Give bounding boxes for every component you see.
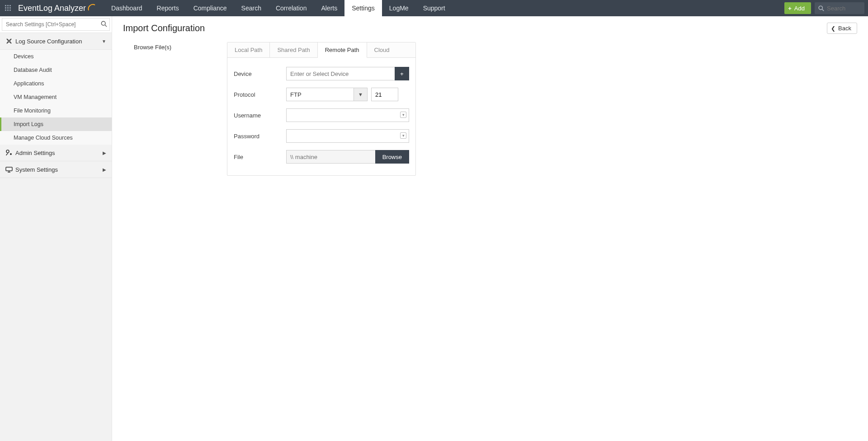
nav-settings[interactable]: Settings — [344, 0, 382, 16]
password-label: Password — [234, 133, 286, 140]
svg-rect-7 — [7, 9, 9, 11]
svg-rect-3 — [5, 7, 6, 9]
protocol-select[interactable]: FTP ▼ — [286, 88, 368, 101]
svg-rect-8 — [9, 9, 11, 11]
add-device-button[interactable]: + — [395, 67, 409, 80]
svg-rect-5 — [9, 7, 11, 9]
svg-rect-6 — [5, 9, 6, 11]
chevron-right-icon: ▶ — [103, 150, 106, 155]
tab-local-path[interactable]: Local Path — [227, 42, 270, 57]
main-content: Import Configuration ❮ Back Browse File(… — [112, 16, 868, 441]
product-name: EventLog Analyzer — [18, 4, 86, 13]
sidebar-item-database-audit[interactable]: Database Audit — [0, 63, 112, 77]
port-input[interactable] — [371, 88, 398, 101]
section-icon — [5, 149, 15, 156]
global-search[interactable] — [815, 2, 864, 14]
device-input[interactable] — [286, 67, 395, 80]
svg-line-10 — [822, 9, 824, 11]
add-button[interactable]: + Add — [784, 2, 811, 14]
apps-grid-icon[interactable] — [0, 0, 16, 16]
import-form-card: Local PathShared PathRemote PathCloud De… — [227, 42, 416, 176]
sidebar-accordion: Log Source Configuration▼DevicesDatabase… — [0, 33, 112, 178]
svg-point-15 — [10, 153, 12, 155]
plus-icon: + — [788, 5, 792, 12]
sidebar-section-admin-settings[interactable]: Admin Settings▶ — [0, 145, 112, 161]
svg-point-13 — [8, 40, 10, 42]
browse-button[interactable]: Browse — [375, 150, 409, 164]
svg-rect-4 — [7, 7, 9, 9]
section-icon — [5, 38, 15, 45]
chevron-left-icon: ❮ — [831, 25, 835, 32]
chevron-right-icon: ▶ — [103, 167, 106, 172]
back-button[interactable]: ❮ Back — [827, 23, 857, 34]
sidebar-item-file-monitoring[interactable]: File Monitoring — [0, 104, 112, 117]
nav-dashboard[interactable]: Dashboard — [104, 0, 150, 16]
top-nav: DashboardReportsComplianceSearchCorrelat… — [104, 0, 453, 16]
svg-rect-2 — [9, 5, 11, 6]
nav-alerts[interactable]: Alerts — [314, 0, 344, 16]
device-label: Device — [234, 70, 286, 77]
sidebar-section-log-source-configuration[interactable]: Log Source Configuration▼ — [0, 33, 112, 50]
section-label: Admin Settings — [15, 150, 103, 156]
svg-point-14 — [6, 150, 9, 153]
settings-search-input[interactable] — [2, 18, 110, 31]
input-hint-icon[interactable]: ▾ — [400, 132, 406, 139]
nav-search[interactable]: Search — [234, 0, 269, 16]
sidebar-item-devices[interactable]: Devices — [0, 50, 112, 63]
nav-compliance[interactable]: Compliance — [186, 0, 234, 16]
chevron-down-icon: ▼ — [102, 39, 106, 44]
add-button-label: Add — [794, 5, 805, 12]
nav-correlation[interactable]: Correlation — [269, 0, 314, 16]
nav-reports[interactable]: Reports — [150, 0, 186, 16]
protocol-label: Protocol — [234, 91, 286, 98]
sidebar-item-manage-cloud-sources[interactable]: Manage Cloud Sources — [0, 131, 112, 145]
svg-point-9 — [819, 6, 822, 9]
section-label: Log Source Configuration — [15, 38, 102, 45]
password-input[interactable] — [286, 129, 409, 143]
svg-rect-16 — [6, 167, 12, 171]
back-button-label: Back — [838, 25, 851, 32]
browse-button-label: Browse — [382, 154, 402, 160]
input-hint-icon[interactable]: ▾ — [400, 112, 406, 118]
path-tabs: Local PathShared PathRemote PathCloud — [227, 42, 415, 58]
svg-rect-1 — [7, 5, 9, 6]
nav-support[interactable]: Support — [416, 0, 453, 16]
page-title: Import Configuration — [123, 23, 205, 33]
section-icon — [5, 166, 15, 173]
search-icon — [818, 5, 824, 11]
sidebar-item-applications[interactable]: Applications — [0, 77, 112, 90]
tab-remote-path[interactable]: Remote Path — [318, 42, 367, 58]
tab-shared-path[interactable]: Shared Path — [270, 42, 317, 57]
nav-logme[interactable]: LogMe — [382, 0, 416, 16]
file-path-input — [286, 150, 376, 164]
sidebar-item-import-logs[interactable]: Import Logs — [0, 117, 112, 131]
section-label: System Settings — [15, 166, 103, 173]
plus-icon: + — [400, 70, 404, 77]
username-input[interactable] — [286, 108, 409, 122]
sidebar-item-vm-management[interactable]: VM Management — [0, 90, 112, 104]
global-search-input[interactable] — [827, 5, 859, 12]
svg-line-12 — [105, 25, 107, 27]
step-browse-files[interactable]: Browse File(s) — [123, 44, 227, 51]
svg-rect-0 — [5, 5, 6, 6]
sidebar: Log Source Configuration▼DevicesDatabase… — [0, 16, 112, 441]
protocol-value: FTP — [287, 88, 354, 101]
top-bar: EventLog Analyzer DashboardReportsCompli… — [0, 0, 868, 16]
sidebar-section-system-settings[interactable]: System Settings▶ — [0, 161, 112, 178]
search-icon[interactable] — [101, 21, 107, 28]
svg-point-11 — [101, 21, 105, 25]
product-logo: EventLog Analyzer — [16, 0, 104, 16]
logo-arc-icon — [88, 3, 96, 14]
username-label: Username — [234, 112, 286, 119]
file-label: File — [234, 154, 286, 160]
chevron-down-icon[interactable]: ▼ — [354, 88, 367, 101]
tab-cloud[interactable]: Cloud — [367, 42, 397, 57]
